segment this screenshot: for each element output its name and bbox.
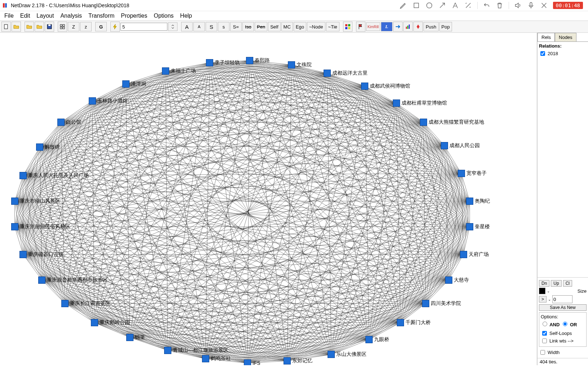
self-loops-check[interactable]: Self-Loops — [541, 330, 585, 337]
or-radio[interactable]: OR — [561, 320, 577, 327]
cl-button[interactable]: Cl — [563, 280, 572, 287]
node-square[interactable] — [458, 170, 465, 177]
node-square[interactable] — [244, 359, 251, 365]
angle-button[interactable]: > — [539, 296, 547, 302]
arrow-icon[interactable] — [438, 1, 446, 9]
graph-node[interactable]: 四川美术学院 — [422, 300, 461, 307]
graph-node[interactable]: 白公馆 — [57, 119, 81, 126]
flag-icon[interactable] — [356, 22, 365, 32]
graph-node[interactable]: 重庆市南山风景区 — [11, 198, 60, 205]
l-button[interactable]: L — [381, 22, 392, 31]
graph-node[interactable]: 大慈寺 — [445, 277, 469, 284]
toolbar-number-input[interactable] — [120, 23, 167, 31]
node-square[interactable] — [460, 251, 467, 258]
node-square[interactable] — [122, 80, 130, 88]
tie-button[interactable]: ~Tie — [326, 22, 339, 31]
menu-properties[interactable]: Properties — [121, 13, 147, 19]
graph-node[interactable]: 东郊记忆 — [284, 357, 312, 364]
graph-node[interactable]: 青城山—都江堰旅游景区 — [164, 347, 228, 354]
graph-node[interactable]: 重庆观音桥商圈都市旅游区 — [38, 277, 107, 284]
node-button[interactable]: ~Node — [307, 22, 325, 31]
node-square[interactable] — [441, 142, 448, 149]
menu-options[interactable]: Options — [154, 13, 174, 19]
right-arrow-icon[interactable] — [393, 22, 403, 32]
graph-node[interactable]: 重庆鹅岭公园 — [91, 319, 130, 326]
node-square[interactable] — [19, 251, 27, 258]
node-square[interactable] — [393, 100, 400, 107]
graph-node[interactable]: 文殊院 — [288, 61, 312, 68]
chart-icon[interactable] — [403, 22, 413, 32]
ego-button[interactable]: Ego — [294, 22, 306, 31]
palette-icon[interactable] — [343, 22, 352, 32]
graph-node[interactable]: 锦里 — [126, 334, 145, 341]
lightning-icon[interactable] — [110, 22, 120, 32]
node-square[interactable] — [328, 351, 335, 358]
menu-transform[interactable]: Transform — [88, 13, 114, 19]
graph-node[interactable]: 重庆长江索道景区 — [61, 300, 110, 307]
graph-node[interactable]: 成都人民公园 — [441, 142, 480, 149]
graph-node[interactable]: 玉林路小酒馆 — [89, 97, 128, 105]
node-square[interactable] — [61, 300, 69, 307]
node-square[interactable] — [365, 336, 373, 343]
node-square[interactable] — [206, 59, 213, 66]
circle-icon[interactable] — [425, 1, 433, 9]
diamond-icon[interactable] — [413, 22, 423, 32]
graph-node[interactable]: 渣滓洞 — [122, 80, 146, 88]
node-square[interactable] — [420, 119, 427, 126]
graph-node[interactable]: 成都杜甫草堂博物馆 — [393, 100, 447, 107]
spinner-icon[interactable] — [168, 22, 177, 31]
graph-node[interactable]: 奥陶纪 — [466, 198, 490, 205]
graph-node[interactable]: 来福士广场 — [162, 67, 196, 75]
node-square[interactable] — [466, 198, 473, 205]
a-big-button[interactable]: A — [181, 22, 193, 31]
graph-node[interactable]: IFS — [244, 359, 260, 365]
dropdown-icon[interactable]: ⌄ — [547, 289, 550, 293]
pencil-icon[interactable] — [399, 1, 407, 9]
node-square[interactable] — [19, 172, 27, 179]
size-input[interactable] — [552, 295, 572, 303]
graph-node[interactable]: 鹤鸣茶社 — [202, 355, 231, 362]
graph-canvas[interactable]: 李子坝轻轨春熙路文殊院成都远洋太古里成都武侯祠博物馆成都杜甫草堂博物馆成都大熊猫… — [0, 33, 537, 365]
relation-item[interactable]: 2018 — [539, 50, 587, 57]
g-button[interactable]: G — [95, 22, 107, 31]
color-swatch[interactable] — [539, 288, 545, 294]
menu-file[interactable]: File — [4, 13, 14, 19]
node-square[interactable] — [162, 67, 169, 75]
pen-button[interactable]: Pen — [255, 22, 267, 31]
graph-node[interactable]: 宽窄巷子 — [458, 170, 487, 177]
node-square[interactable] — [202, 355, 209, 362]
node-square[interactable] — [57, 119, 65, 126]
menu-help[interactable]: Help — [180, 13, 192, 19]
node-square[interactable] — [288, 61, 295, 68]
graph-node[interactable]: 天府广场 — [460, 251, 489, 258]
width-check[interactable]: Width — [539, 349, 587, 356]
graph-node[interactable]: 重庆洪崖洞民俗风貌区 — [11, 223, 70, 230]
menu-analysis[interactable]: Analysis — [60, 13, 82, 19]
pop-button[interactable]: Pop — [439, 22, 452, 31]
square-icon[interactable] — [412, 1, 420, 9]
dropdown-icon-2[interactable]: ⌄ — [548, 297, 551, 301]
new-file-icon[interactable] — [1, 22, 11, 32]
folder-icon-3[interactable] — [35, 22, 44, 32]
graph-node[interactable]: 九眼桥 — [365, 336, 389, 343]
node-square[interactable] — [126, 334, 133, 341]
node-square[interactable] — [324, 70, 331, 77]
undo-icon[interactable] — [483, 1, 491, 9]
s-small-button[interactable]: s — [218, 22, 229, 31]
node-square[interactable] — [11, 198, 18, 205]
wand-icon[interactable] — [464, 1, 472, 9]
tab-nodes[interactable]: Nodes — [555, 33, 576, 41]
node-square[interactable] — [246, 57, 253, 64]
up-button[interactable]: Up — [551, 280, 561, 287]
node-square[interactable] — [466, 223, 473, 230]
relation-checkbox[interactable] — [540, 51, 545, 56]
save-as-new-button[interactable]: Save As New — [539, 304, 587, 311]
node-square[interactable] — [11, 223, 18, 230]
zoom-in-button[interactable]: Z — [68, 22, 79, 31]
grid-icon[interactable] — [58, 22, 67, 32]
tab-rels[interactable]: Rels — [537, 33, 555, 41]
kim-rill-button[interactable]: KimRill — [366, 22, 380, 31]
graph-node[interactable]: 解放碑 — [36, 143, 60, 151]
self-button[interactable]: Self — [268, 22, 280, 31]
graph-node[interactable]: 成都远洋太古里 — [324, 70, 368, 77]
